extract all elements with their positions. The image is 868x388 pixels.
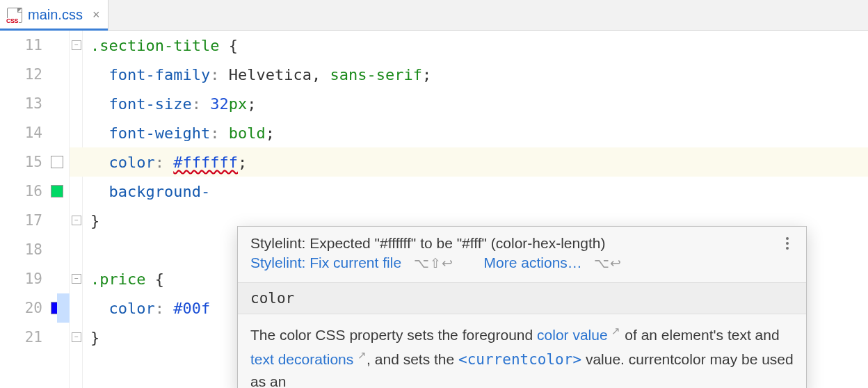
gutter-line: 13 xyxy=(0,89,69,118)
more-shortcut: ⌥↩ xyxy=(594,256,622,270)
tab-main-css[interactable]: CSS main.css × xyxy=(0,0,108,30)
more-actions-link[interactable]: More actions… xyxy=(484,254,582,270)
color-swatch[interactable] xyxy=(51,156,63,168)
gutter-line: 14 xyxy=(0,118,69,147)
gutter-line: 12 xyxy=(0,60,69,89)
css-file-icon: CSS xyxy=(7,8,22,23)
code-line[interactable]: font-family: Helvetica, sans-serif; xyxy=(70,60,868,89)
code-line[interactable]: .section-title { xyxy=(70,31,868,60)
kebab-menu-icon[interactable] xyxy=(781,237,794,250)
color-swatch[interactable] xyxy=(51,185,63,197)
gutter-line: 16 xyxy=(0,177,69,206)
editor[interactable]: 1112131415161718192021 −−−− .section-tit… xyxy=(0,31,868,388)
gutter-line: 21 xyxy=(0,323,69,352)
doc-link-text-decorations[interactable]: text decorations ↗ xyxy=(250,351,367,367)
code-line[interactable]: background- xyxy=(70,177,868,206)
tab-filename: main.css xyxy=(28,7,83,23)
external-link-icon: ↗ xyxy=(611,325,620,337)
gutter-line: 18 xyxy=(0,235,69,264)
gutter-line: 17 xyxy=(0,206,69,235)
doc-title: color xyxy=(238,282,806,314)
close-icon[interactable]: × xyxy=(93,8,100,22)
gutter-line: 15 xyxy=(0,147,69,177)
tab-bar: CSS main.css × xyxy=(0,0,868,31)
code-line[interactable]: font-weight: bold; xyxy=(70,118,868,147)
gutter: 1112131415161718192021 xyxy=(0,31,70,388)
doc-currentcolor-token: <currentcolor> xyxy=(458,351,581,368)
inspection-popup: Stylelint: Expected "#ffffff" to be "#ff… xyxy=(237,226,807,388)
external-link-icon: ↗ xyxy=(357,349,367,361)
fix-current-file-link[interactable]: Stylelint: Fix current file xyxy=(250,254,401,270)
doc-link-color-value[interactable]: color value ↗ xyxy=(537,327,620,343)
inspection-message: Stylelint: Expected "#ffffff" to be "#ff… xyxy=(250,235,605,252)
gutter-line: 19 xyxy=(0,264,69,293)
code-line[interactable]: color: #ffffff; xyxy=(70,147,868,177)
code-line[interactable]: font-size: 32px; xyxy=(70,89,868,118)
gutter-line: 11 xyxy=(0,31,69,60)
fix-shortcut: ⌥⇧↩ xyxy=(414,256,453,270)
doc-body: The color CSS property sets the foregrou… xyxy=(238,314,806,388)
